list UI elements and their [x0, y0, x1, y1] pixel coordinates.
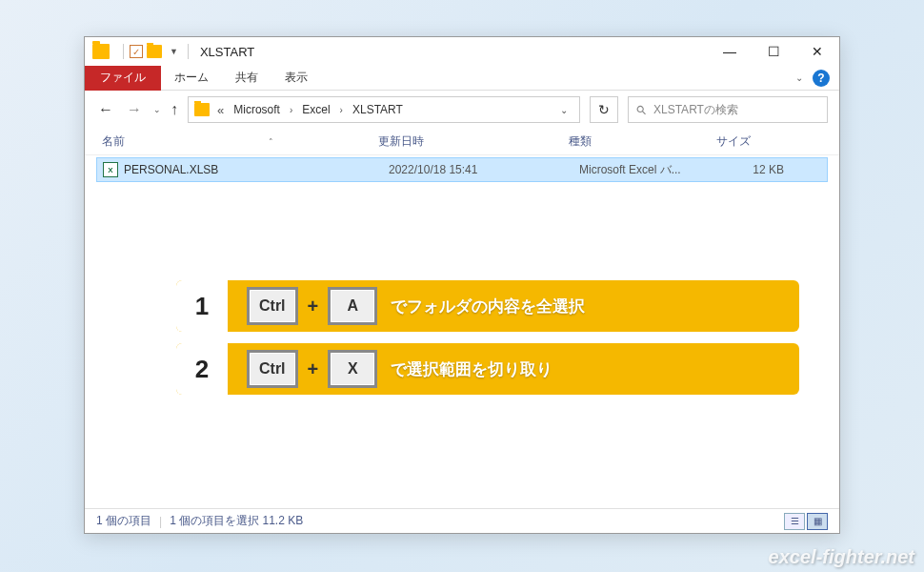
- search-placeholder: XLSTARTの検索: [653, 102, 738, 118]
- file-list: PERSONAL.XLSB 2022/10/18 15:41 Microsoft…: [85, 155, 839, 184]
- column-headers: 名前˄ 更新日時 種類 サイズ: [85, 129, 839, 155]
- address-dropdown-icon[interactable]: ⌄: [554, 105, 573, 115]
- column-date[interactable]: 更新日時: [378, 133, 569, 150]
- forward-button[interactable]: →: [125, 101, 144, 118]
- history-dropdown-icon[interactable]: ⌄: [153, 105, 161, 114]
- excel-file-icon: [103, 162, 118, 177]
- item-count: 1 個の項目: [96, 513, 151, 529]
- step-number: 2: [176, 343, 231, 395]
- file-size: 12 KB: [727, 163, 803, 176]
- folder-icon: [194, 103, 210, 116]
- key-ctrl: Ctrl: [247, 350, 298, 388]
- file-tab[interactable]: ファイル: [85, 66, 161, 91]
- key-x: X: [328, 350, 377, 388]
- breadcrumb-item[interactable]: Excel: [300, 103, 331, 116]
- separator: [188, 44, 189, 59]
- key-a: A: [328, 287, 377, 325]
- breadcrumb-item[interactable]: Microsoft: [231, 103, 282, 116]
- close-button[interactable]: ✕: [795, 37, 839, 66]
- separator: |: [159, 515, 162, 528]
- plus-icon: +: [308, 296, 319, 317]
- column-type[interactable]: 種類: [569, 133, 716, 150]
- file-type: Microsoft Excel バ...: [579, 162, 727, 178]
- view-tab[interactable]: 表示: [271, 66, 321, 91]
- step-number: 1: [176, 280, 231, 332]
- ribbon-bar: ファイル ホーム 共有 表示 ⌄ ?: [85, 66, 839, 91]
- expand-ribbon-icon[interactable]: ⌄: [795, 72, 803, 83]
- address-bar[interactable]: « Microsoft › Excel › XLSTART ⌄: [188, 96, 580, 123]
- details-view-button[interactable]: ☰: [784, 513, 805, 530]
- folder-small-icon[interactable]: [147, 45, 162, 58]
- file-name: PERSONAL.XLSB: [124, 163, 389, 176]
- file-date: 2022/10/18 15:41: [389, 163, 579, 176]
- column-size[interactable]: サイズ: [716, 133, 793, 150]
- window-buttons: — ☐ ✕: [708, 37, 839, 66]
- sort-indicator-icon: ˄: [269, 137, 273, 147]
- explorer-window: ✓ ▼ XLSTART — ☐ ✕ ファイル ホーム 共有 表示 ⌄ ? ← →…: [84, 36, 840, 534]
- up-button[interactable]: ↑: [171, 101, 178, 118]
- back-button[interactable]: ←: [96, 101, 115, 118]
- check-icon[interactable]: ✓: [130, 45, 143, 58]
- folder-icon: [92, 44, 110, 59]
- share-tab[interactable]: 共有: [222, 66, 271, 91]
- key-ctrl: Ctrl: [247, 287, 298, 325]
- window-title: XLSTART: [200, 45, 254, 59]
- key-combo: Ctrl + X: [247, 350, 377, 388]
- chevron-down-icon[interactable]: ▼: [170, 47, 178, 56]
- separator: [123, 44, 124, 59]
- thumbnails-view-button[interactable]: ▦: [807, 513, 828, 530]
- instruction-overlay: 1 Ctrl + A でフォルダの内容を全選択 2 Ctrl + X で選択範囲…: [176, 280, 799, 406]
- maximize-button[interactable]: ☐: [752, 37, 795, 66]
- key-combo: Ctrl + A: [247, 287, 377, 325]
- help-button[interactable]: ?: [813, 70, 830, 87]
- titlebar: ✓ ▼ XLSTART — ☐ ✕: [85, 37, 839, 66]
- nav-bar: ← → ⌄ ↑ « Microsoft › Excel › XLSTART ⌄ …: [85, 91, 839, 129]
- status-bar: 1 個の項目 | 1 個の項目を選択 11.2 KB ☰ ▦: [85, 508, 839, 533]
- chevron-right-icon[interactable]: ›: [336, 105, 347, 115]
- search-box[interactable]: ⚲ XLSTARTの検索: [628, 96, 828, 123]
- minimize-button[interactable]: —: [708, 37, 752, 66]
- refresh-button[interactable]: ↻: [590, 96, 618, 123]
- breadcrumb-overflow-icon[interactable]: «: [213, 103, 228, 117]
- selection-info: 1 個の項目を選択 11.2 KB: [170, 513, 303, 529]
- column-name[interactable]: 名前˄: [102, 133, 378, 150]
- instruction-text: でフォルダの内容を全選択: [391, 296, 585, 317]
- chevron-right-icon[interactable]: ›: [286, 105, 296, 115]
- instruction-text: で選択範囲を切り取り: [391, 358, 552, 380]
- breadcrumb-item[interactable]: XLSTART: [351, 103, 405, 116]
- plus-icon: +: [308, 358, 319, 380]
- view-buttons: ☰ ▦: [784, 513, 828, 530]
- watermark: excel-fighter.net: [769, 546, 914, 568]
- instruction-banner: 1 Ctrl + A でフォルダの内容を全選択: [176, 280, 799, 332]
- file-row[interactable]: PERSONAL.XLSB 2022/10/18 15:41 Microsoft…: [96, 157, 828, 182]
- search-icon: ⚲: [633, 101, 650, 118]
- instruction-banner: 2 Ctrl + X で選択範囲を切り取り: [176, 343, 799, 395]
- home-tab[interactable]: ホーム: [161, 66, 222, 91]
